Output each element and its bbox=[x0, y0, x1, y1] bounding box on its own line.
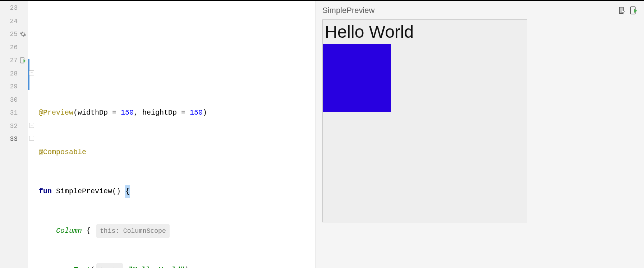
code-editor-pane[interactable]: 23 24 25 26 27 28 29 30 31 32 33 @Previe… bbox=[0, 1, 316, 268]
fold-toggle-icon[interactable] bbox=[29, 123, 34, 128]
interactive-preview-icon[interactable] bbox=[618, 6, 626, 14]
preview-toolbar bbox=[618, 6, 638, 14]
preview-title: SimplePreview bbox=[322, 6, 375, 15]
code-line[interactable]: Text(text: "Hello World") bbox=[36, 264, 316, 268]
svg-rect-0 bbox=[20, 58, 24, 63]
code-line[interactable]: @Composable bbox=[36, 146, 316, 159]
line-number: 33 bbox=[0, 133, 28, 146]
code-line[interactable] bbox=[36, 28, 316, 41]
line-number: 29 bbox=[0, 80, 28, 93]
inlay-hint: this: ColumnScope bbox=[96, 224, 170, 239]
code-line[interactable]: fun SimplePreview() { bbox=[36, 185, 316, 198]
line-number: 24 bbox=[0, 15, 28, 28]
run-icon[interactable] bbox=[20, 57, 26, 64]
preview-blue-box bbox=[323, 44, 391, 112]
compose-preview-pane: SimplePreview Hello World bbox=[316, 1, 644, 268]
line-number: 26 bbox=[0, 41, 28, 54]
line-number: 30 bbox=[0, 93, 28, 107]
preview-text-hello: Hello World bbox=[323, 20, 527, 44]
code-line[interactable]: Column { this: ColumnScope bbox=[36, 225, 316, 238]
line-number-gutter: 23 24 25 26 27 28 29 30 31 32 33 bbox=[0, 1, 28, 268]
preview-header: SimplePreview bbox=[322, 6, 638, 15]
line-number: 28 bbox=[0, 67, 28, 80]
code-line[interactable] bbox=[36, 67, 316, 80]
line-number: 25 bbox=[0, 28, 28, 41]
line-number: 31 bbox=[0, 106, 28, 120]
line-number: 27 bbox=[0, 54, 28, 67]
code-text-area[interactable]: @Preview(widthDp = 150, heightDp = 150) … bbox=[36, 1, 316, 268]
code-line[interactable]: @Preview(widthDp = 150, heightDp = 150) bbox=[36, 106, 316, 120]
preview-canvas[interactable]: Hello World bbox=[322, 19, 527, 222]
deploy-preview-icon[interactable] bbox=[630, 6, 638, 14]
gear-icon[interactable] bbox=[20, 31, 26, 37]
fold-strip bbox=[28, 1, 36, 268]
inlay-hint: text: bbox=[96, 263, 123, 268]
line-number: 23 bbox=[0, 1, 28, 15]
line-number: 32 bbox=[0, 120, 28, 133]
fold-toggle-icon[interactable] bbox=[29, 136, 34, 141]
fold-toggle-icon[interactable] bbox=[29, 70, 34, 75]
